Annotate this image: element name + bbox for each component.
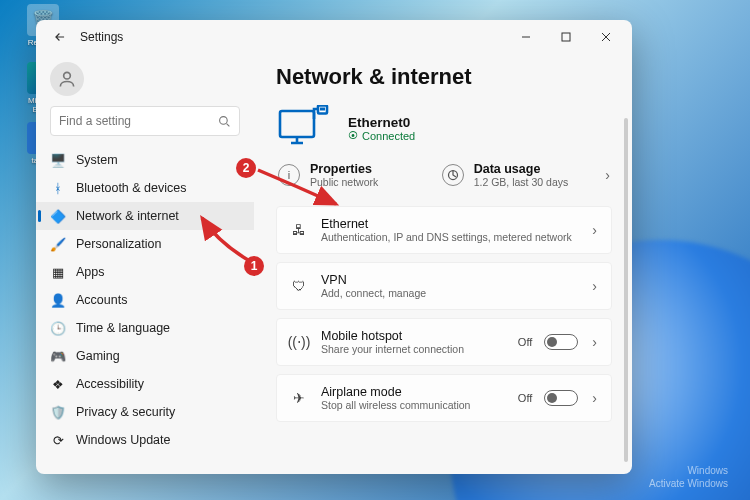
nav-label: Personalization (76, 237, 161, 251)
row-subtitle: Share your internet connection (321, 343, 506, 355)
row-icon: 🖧 (289, 220, 309, 240)
ethernet-monitor-icon (276, 104, 332, 152)
nav-label: Accessibility (76, 377, 144, 391)
nav-icon: 🖌️ (50, 236, 66, 252)
row-title: Airplane mode (321, 385, 506, 399)
row-state: Off (518, 336, 532, 348)
nav-icon: ᚼ (50, 180, 66, 196)
annotation-badge-1: 1 (244, 256, 264, 276)
nav-label: System (76, 153, 118, 167)
row-title: Mobile hotspot (321, 329, 506, 343)
sidebar-item-accessibility[interactable]: ❖Accessibility (36, 370, 254, 398)
nav-icon: 👤 (50, 292, 66, 308)
data-usage-title: Data usage (474, 162, 569, 176)
setting-row-ethernet[interactable]: 🖧EthernetAuthentication, IP and DNS sett… (276, 206, 612, 254)
nav-icon: 🕒 (50, 320, 66, 336)
settings-window: Settings 🖥️SystemᚼBluetooth & devices🔷Ne… (36, 20, 632, 474)
adapter-name: Ethernet0 (348, 115, 415, 130)
setting-row-mobile-hotspot[interactable]: ((⋅))Mobile hotspotShare your internet c… (276, 318, 612, 366)
main-content: Network & internet Ethernet0 ⦿ Connected (254, 54, 632, 474)
sidebar: 🖥️SystemᚼBluetooth & devices🔷Network & i… (36, 54, 254, 474)
user-avatar[interactable] (50, 62, 84, 96)
sidebar-item-windows-update[interactable]: ⟳Windows Update (36, 426, 254, 454)
nav-label: Accounts (76, 293, 127, 307)
svg-rect-1 (562, 33, 570, 41)
nav-icon: ❖ (50, 376, 66, 392)
chevron-right-icon: › (590, 278, 599, 294)
arrow-left-icon (53, 30, 67, 44)
chevron-right-icon[interactable]: › (603, 167, 612, 183)
sidebar-item-apps[interactable]: ▦Apps (36, 258, 254, 286)
sidebar-item-system[interactable]: 🖥️System (36, 146, 254, 174)
chevron-right-icon: › (590, 390, 599, 406)
sidebar-item-gaming[interactable]: 🎮Gaming (36, 342, 254, 370)
nav-icon: 🛡️ (50, 404, 66, 420)
nav-label: Time & language (76, 321, 170, 335)
search-box[interactable] (50, 106, 240, 136)
nav-icon: 🎮 (50, 348, 66, 364)
row-icon: ✈ (289, 388, 309, 408)
row-icon: 🛡 (289, 276, 309, 296)
user-icon (57, 69, 77, 89)
svg-point-2 (64, 72, 71, 79)
minimize-button[interactable] (506, 23, 546, 51)
annotation-badge-2: 2 (236, 158, 256, 178)
toggle-switch[interactable] (544, 390, 578, 406)
nav-label: Apps (76, 265, 105, 279)
nav-label: Privacy & security (76, 405, 175, 419)
sidebar-item-accounts[interactable]: 👤Accounts (36, 286, 254, 314)
close-button[interactable] (586, 23, 626, 51)
row-subtitle: Stop all wireless communication (321, 399, 506, 411)
close-icon (601, 32, 611, 42)
row-subtitle: Add, connect, manage (321, 287, 578, 299)
adapter-status: ⦿ Connected (348, 130, 415, 142)
nav-list: 🖥️SystemᚼBluetooth & devices🔷Network & i… (36, 146, 254, 454)
minimize-icon (521, 32, 531, 42)
annotation-arrow-2 (256, 166, 340, 210)
svg-point-3 (220, 116, 228, 124)
nav-label: Gaming (76, 349, 120, 363)
maximize-button[interactable] (546, 23, 586, 51)
setting-row-vpn[interactable]: 🛡VPNAdd, connect, manage› (276, 262, 612, 310)
svg-rect-6 (320, 108, 325, 111)
row-title: Ethernet (321, 217, 578, 231)
nav-label: Network & internet (76, 209, 179, 223)
search-icon (218, 115, 231, 128)
data-usage-sub: 1.2 GB, last 30 days (474, 176, 569, 188)
nav-icon: ⟳ (50, 432, 66, 448)
adapter-card: Ethernet0 ⦿ Connected (276, 104, 612, 152)
nav-icon: ▦ (50, 264, 66, 280)
nav-label: Bluetooth & devices (76, 181, 187, 195)
page-heading: Network & internet (276, 64, 612, 90)
search-input[interactable] (59, 114, 218, 128)
row-subtitle: Authentication, IP and DNS settings, met… (321, 231, 578, 243)
annotation-arrow-1 (198, 212, 274, 262)
sidebar-item-bluetooth-devices[interactable]: ᚼBluetooth & devices (36, 174, 254, 202)
toggle-switch[interactable] (544, 334, 578, 350)
nav-label: Windows Update (76, 433, 171, 447)
maximize-icon (561, 32, 571, 42)
sidebar-item-privacy-security[interactable]: 🛡️Privacy & security (36, 398, 254, 426)
chevron-right-icon: › (590, 222, 599, 238)
back-button[interactable] (46, 23, 74, 51)
sidebar-item-time-language[interactable]: 🕒Time & language (36, 314, 254, 342)
window-title: Settings (80, 30, 123, 44)
row-title: VPN (321, 273, 578, 287)
svg-rect-4 (280, 111, 314, 137)
nav-icon: 🔷 (50, 208, 66, 224)
connected-dot-icon: ⦿ (348, 130, 358, 141)
scrollbar[interactable] (624, 118, 628, 462)
activation-watermark: Windows Activate Windows (649, 464, 728, 490)
setting-row-airplane-mode[interactable]: ✈Airplane modeStop all wireless communic… (276, 374, 612, 422)
titlebar: Settings (36, 20, 632, 54)
row-state: Off (518, 392, 532, 404)
nav-icon: 🖥️ (50, 152, 66, 168)
data-usage-button[interactable]: Data usage 1.2 GB, last 30 days (440, 158, 600, 192)
chevron-right-icon: › (590, 334, 599, 350)
row-icon: ((⋅)) (289, 332, 309, 352)
data-usage-icon (442, 164, 464, 186)
